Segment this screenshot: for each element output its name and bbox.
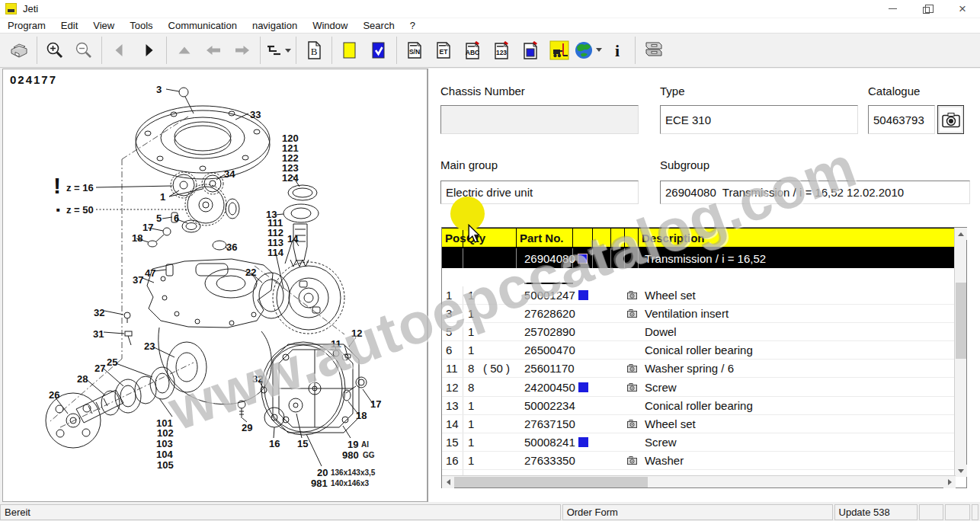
restore-icon bbox=[923, 7, 930, 14]
scroll-up-button[interactable] bbox=[955, 228, 967, 240]
print-button[interactable] bbox=[5, 35, 34, 66]
exploded-view-drawing bbox=[3, 69, 428, 503]
highlight-toggle-button[interactable] bbox=[335, 35, 364, 66]
status-cell-2 bbox=[945, 504, 970, 520]
vehicle-catalog-button[interactable] bbox=[545, 35, 574, 66]
nav-next-icon bbox=[139, 41, 158, 59]
table-row[interactable]: 5125702890Dowel bbox=[442, 323, 956, 341]
diagram-panel[interactable]: 024177 333341!z = 16■z = 505617181314120… bbox=[2, 69, 428, 502]
qty-value: 8 bbox=[463, 381, 483, 394]
cell-blue-flag bbox=[573, 305, 593, 322]
history-forward-button[interactable] bbox=[228, 35, 257, 66]
cell-qty: 1 bbox=[463, 305, 517, 322]
menu-communication[interactable]: Communication bbox=[161, 20, 245, 31]
cell-description: Wheel set bbox=[639, 286, 956, 304]
cell-blank bbox=[593, 323, 611, 340]
vertical-scroll-thumb[interactable] bbox=[956, 283, 966, 359]
table-row[interactable]: 1150001247Wheel set bbox=[442, 286, 956, 305]
table-row[interactable]: 3127628620Ventilation insert bbox=[442, 305, 956, 323]
close-button[interactable]: × bbox=[945, 0, 980, 18]
nav-up-button[interactable] bbox=[170, 35, 199, 66]
table-row[interactable]: 6126500470Conical roller bearing bbox=[442, 341, 956, 360]
menu-search[interactable]: Search bbox=[355, 20, 402, 31]
cell-blank bbox=[611, 378, 625, 395]
menu-view[interactable]: View bbox=[85, 20, 122, 31]
table-header-col-blank-1[interactable] bbox=[573, 229, 593, 247]
nav-next-button[interactable] bbox=[134, 35, 163, 66]
history-back-button[interactable] bbox=[199, 35, 228, 66]
table-header-col-pos[interactable]: Pos bbox=[442, 229, 463, 247]
chassis-number-field[interactable] bbox=[440, 105, 639, 134]
main-group-label: Main group bbox=[440, 158, 498, 171]
numeric-list-button[interactable]: 123 bbox=[487, 35, 516, 66]
vehicle-catalog-icon bbox=[549, 40, 569, 60]
selected-description: Transmission / i = 16,52 bbox=[639, 248, 956, 268]
selected-table-row[interactable]: 26904080Transmission / i = 16,52 bbox=[442, 248, 956, 268]
numeric-list-icon: 123 bbox=[492, 40, 511, 60]
menu-navigation[interactable]: navigation bbox=[245, 20, 305, 31]
nav-previous-button[interactable] bbox=[105, 35, 134, 66]
menu--[interactable]: ? bbox=[402, 20, 423, 31]
zoom-in-button[interactable] bbox=[40, 35, 69, 66]
cell-photo bbox=[625, 360, 639, 377]
table-header-col-description[interactable]: Description bbox=[639, 229, 956, 247]
archive-cabinet-button[interactable] bbox=[639, 35, 668, 66]
table-row[interactable]: 14127637150Wheel set bbox=[442, 415, 956, 433]
subgroup-field[interactable]: 26904080 Transmission / i = 16,52 12.02.… bbox=[660, 181, 970, 204]
scroll-left-button[interactable] bbox=[442, 476, 454, 488]
abc-list-button[interactable]: ABC bbox=[458, 35, 487, 66]
horizontal-scrollbar[interactable] bbox=[442, 475, 956, 487]
type-field[interactable]: ECE 310 bbox=[660, 105, 858, 134]
cell-photo bbox=[625, 378, 639, 395]
cell-pos: 14 bbox=[442, 415, 463, 433]
et-list-button[interactable]: ET bbox=[429, 35, 458, 66]
diagram-callout: GG bbox=[363, 452, 375, 459]
tree-view-icon bbox=[264, 41, 293, 59]
status-update: Update 538 bbox=[834, 504, 918, 520]
diagram-callout: 105 bbox=[157, 460, 174, 470]
cell-description: Washer spring / 6 bbox=[639, 360, 956, 377]
menu-program[interactable]: Program bbox=[0, 20, 53, 31]
catalogue-field[interactable]: 50463793 bbox=[868, 105, 935, 134]
photo-button[interactable] bbox=[937, 105, 964, 134]
diagram-callout: 34 bbox=[224, 169, 235, 179]
cell-blue-flag bbox=[573, 415, 593, 433]
document-b-button[interactable]: B bbox=[299, 35, 328, 66]
cell-description: Screw bbox=[639, 433, 956, 451]
selected-cell bbox=[463, 248, 517, 268]
diagram-callout: 14 bbox=[287, 234, 298, 244]
diagram-callout: 29 bbox=[242, 423, 252, 433]
menu-window[interactable]: Window bbox=[305, 20, 355, 31]
cell-blue-flag bbox=[573, 433, 593, 451]
table-header-col-blank-4[interactable] bbox=[625, 229, 639, 247]
diagram-callout: 5 bbox=[156, 213, 162, 223]
horizontal-scroll-thumb[interactable] bbox=[454, 477, 648, 487]
table-header-col-part-no[interactable]: Part No. bbox=[517, 229, 573, 247]
document-blue-button[interactable] bbox=[516, 35, 545, 66]
scroll-right-button[interactable] bbox=[943, 476, 956, 488]
cell-blank bbox=[593, 378, 611, 395]
info-button[interactable]: i bbox=[603, 35, 632, 66]
minimize-button[interactable] bbox=[875, 0, 910, 18]
table-row[interactable]: 118( 50 )25601170Washer spring / 6 bbox=[442, 360, 956, 378]
cell-photo bbox=[625, 305, 639, 322]
table-row[interactable]: 12824200450Screw bbox=[442, 378, 956, 396]
vertical-scrollbar[interactable] bbox=[954, 228, 966, 477]
scroll-down-button[interactable] bbox=[955, 465, 967, 477]
svg-text:S/N: S/N bbox=[409, 48, 420, 56]
table-row[interactable]: 16127633350Washer bbox=[442, 452, 956, 470]
language-globe-button[interactable] bbox=[574, 35, 603, 66]
serial-number-list-button[interactable]: S/N bbox=[400, 35, 429, 66]
menu-tools[interactable]: Tools bbox=[122, 20, 160, 31]
diagram-callout: 47 bbox=[145, 268, 155, 278]
table-header-col-blank-3[interactable] bbox=[611, 229, 625, 247]
restore-button[interactable] bbox=[910, 0, 945, 18]
tree-view-button[interactable] bbox=[264, 35, 293, 66]
table-row[interactable]: 15150008241Screw bbox=[442, 433, 956, 452]
table-header-col-blank-2[interactable] bbox=[593, 229, 611, 247]
zoom-out-button[interactable] bbox=[69, 35, 98, 66]
menu-edit[interactable]: Edit bbox=[53, 20, 85, 31]
selection-toggle-button[interactable] bbox=[364, 35, 393, 66]
cell-blank bbox=[593, 305, 611, 322]
table-row[interactable]: 13150002234Conical roller bearing bbox=[442, 397, 956, 415]
